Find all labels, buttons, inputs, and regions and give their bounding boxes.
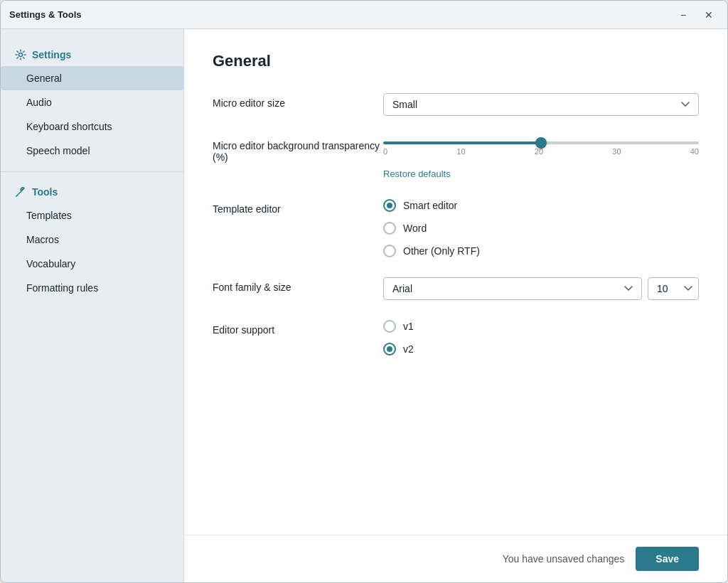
slider-thumb[interactable] — [535, 137, 547, 149]
restore-defaults-link[interactable]: Restore defaults — [383, 169, 451, 179]
close-button[interactable]: ✕ — [699, 5, 719, 25]
tools-icon — [15, 186, 26, 198]
radio-label-smart-editor: Smart editor — [403, 200, 457, 211]
radio-smart-editor[interactable]: Smart editor — [383, 199, 699, 212]
transparency-row: Micro editor background transparency (%)… — [213, 136, 699, 179]
radio-label-other-rtf: Other (Only RTF) — [403, 245, 480, 257]
app-window: Settings & Tools − ✕ Settings General Au… — [0, 0, 728, 583]
radio-circle-v1 — [383, 320, 396, 333]
font-size-select[interactable]: 8 9 10 11 12 14 — [648, 277, 699, 300]
sidebar-divider — [1, 171, 183, 172]
editor-support-row: Editor support v1 v2 — [213, 320, 699, 355]
svg-point-0 — [19, 53, 23, 57]
radio-word[interactable]: Word — [383, 222, 699, 235]
sidebar-item-macros[interactable]: Macros — [1, 228, 183, 252]
sidebar-item-speech-model[interactable]: Speech model — [1, 139, 183, 163]
micro-editor-size-row: Micro editor size Small Medium Large — [213, 93, 699, 116]
slider-label-0: 0 — [383, 147, 387, 156]
radio-other-rtf[interactable]: Other (Only RTF) — [383, 245, 699, 257]
micro-editor-size-label: Micro editor size — [213, 93, 383, 109]
content-body: General Micro editor size Small Medium L… — [184, 29, 727, 535]
font-family-select[interactable]: Arial Times New Roman Calibri Verdana — [383, 277, 642, 300]
tools-section-header: Tools — [1, 181, 183, 203]
sidebar-item-templates[interactable]: Templates — [1, 203, 183, 228]
slider-label-30: 30 — [612, 147, 621, 156]
font-controls: Arial Times New Roman Calibri Verdana 8 … — [383, 277, 699, 300]
font-row: Font family & size Arial Times New Roman… — [213, 277, 699, 300]
radio-circle-smart-editor — [383, 199, 396, 212]
template-editor-control: Smart editor Word Other (Only RTF) — [383, 199, 699, 257]
template-editor-row: Template editor Smart editor Word — [213, 199, 699, 257]
transparency-label: Micro editor background transparency (%) — [213, 136, 383, 163]
content-footer: You have unsaved changes Save — [184, 535, 727, 582]
font-control: Arial Times New Roman Calibri Verdana 8 … — [383, 277, 699, 300]
content-area: General Micro editor size Small Medium L… — [184, 29, 727, 582]
micro-editor-size-control: Small Medium Large — [383, 93, 699, 116]
radio-circle-v2 — [383, 343, 396, 355]
radio-v1[interactable]: v1 — [383, 320, 699, 333]
page-title: General — [213, 52, 699, 70]
radio-circle-word — [383, 222, 396, 235]
unsaved-changes-text: You have unsaved changes — [503, 553, 625, 565]
sidebar-item-general[interactable]: General — [1, 66, 183, 90]
radio-label-v1: v1 — [403, 321, 414, 332]
transparency-control: 0 10 20 30 40 Restore defaults — [383, 136, 699, 179]
editor-support-control: v1 v2 — [383, 320, 699, 355]
settings-section-label: Settings — [32, 49, 71, 60]
font-label: Font family & size — [213, 277, 383, 293]
gear-icon — [15, 49, 26, 60]
slider-label-10: 10 — [456, 147, 465, 156]
main-content: Settings General Audio Keyboard shortcut… — [1, 29, 727, 582]
radio-circle-other-rtf — [383, 245, 396, 257]
minimize-button[interactable]: − — [673, 5, 693, 25]
sidebar-item-vocabulary[interactable]: Vocabulary — [1, 252, 183, 276]
sidebar: Settings General Audio Keyboard shortcut… — [1, 29, 184, 582]
template-editor-radio-group: Smart editor Word Other (Only RTF) — [383, 199, 699, 257]
sidebar-item-keyboard-shortcuts[interactable]: Keyboard shortcuts — [1, 114, 183, 139]
editor-support-label: Editor support — [213, 320, 383, 336]
radio-label-v2: v2 — [403, 343, 414, 355]
window-title: Settings & Tools — [9, 9, 673, 20]
window-controls: − ✕ — [673, 5, 719, 25]
sidebar-item-formatting-rules[interactable]: Formatting rules — [1, 276, 183, 300]
settings-section-header: Settings — [1, 43, 183, 66]
save-button[interactable]: Save — [636, 547, 699, 571]
radio-label-word: Word — [403, 223, 427, 234]
tools-section-label: Tools — [32, 186, 58, 198]
slider-label-40: 40 — [690, 147, 699, 156]
micro-editor-size-select[interactable]: Small Medium Large — [383, 93, 699, 116]
slider-wrapper: 0 10 20 30 40 — [383, 141, 699, 156]
template-editor-label: Template editor — [213, 199, 383, 215]
slider-track — [383, 141, 699, 144]
sidebar-item-audio[interactable]: Audio — [1, 90, 183, 114]
titlebar: Settings & Tools − ✕ — [1, 1, 727, 29]
editor-support-radio-group: v1 v2 — [383, 320, 699, 355]
radio-v2[interactable]: v2 — [383, 343, 699, 355]
